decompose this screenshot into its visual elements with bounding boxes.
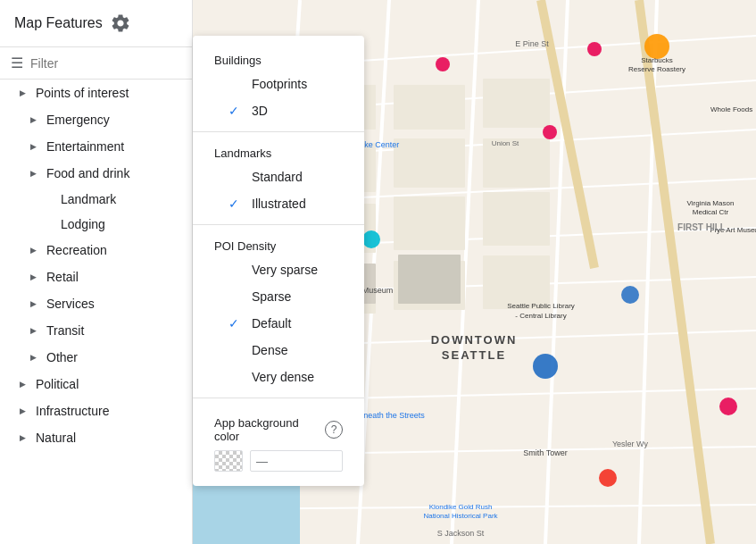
density-very-dense-check [228, 370, 245, 384]
sidebar-item-infrastructure[interactable]: ▶Infrastructure [0, 398, 192, 424]
svg-text:Yesler Wy: Yesler Wy [612, 439, 649, 448]
page-title: Map Features [14, 15, 103, 31]
svg-text:SEATTLE: SEATTLE [442, 348, 506, 362]
svg-text:Seattle Public Library: Seattle Public Library [507, 302, 575, 310]
sidebar: Map Features ☰ ▶Points of interest▶Emerg… [0, 0, 193, 544]
svg-text:Starbucks: Starbucks [641, 56, 673, 64]
sidebar-item-services[interactable]: ▶Services [0, 290, 192, 317]
sidebar-item-label: Entertainment [46, 139, 124, 154]
svg-text:Beneath the Streets: Beneath the Streets [353, 411, 425, 420]
chevron-right-icon: ▶ [14, 376, 30, 392]
sidebar-item-transit[interactable]: ▶Transit [0, 317, 192, 344]
bg-color-picker-row: — [193, 443, 364, 472]
sidebar-item-label: Emergency [46, 113, 110, 127]
svg-point-43 [621, 286, 639, 304]
svg-rect-26 [394, 197, 465, 250]
standard-check [228, 170, 245, 184]
chevron-right-icon: ▶ [25, 165, 41, 181]
sidebar-item-landmark[interactable]: Landmark [0, 187, 192, 212]
three-d-label: 3D [252, 104, 268, 118]
buildings-section-title: Buildings [193, 46, 364, 71]
sidebar-header: Map Features [0, 0, 192, 47]
chevron-right-icon: ▶ [25, 242, 41, 258]
sidebar-item-label: Transit [46, 323, 84, 338]
density-sparse-check [228, 289, 245, 304]
sidebar-item-retail[interactable]: ▶Retail [0, 264, 192, 290]
sidebar-item-label: Retail [46, 270, 79, 284]
illustrated-item[interactable]: ✓ Illustrated [193, 190, 364, 217]
density-default-check: ✓ [228, 316, 245, 331]
three-d-check: ✓ [228, 104, 245, 118]
density-very-sparse-check [228, 263, 245, 277]
svg-text:DOWNTOWN: DOWNTOWN [431, 333, 518, 347]
sidebar-item-label: Services [46, 297, 95, 311]
svg-text:S Jackson St: S Jackson St [437, 529, 485, 538]
standard-label: Standard [252, 170, 303, 184]
svg-point-44 [719, 398, 737, 415]
illustrated-label: Illustrated [252, 197, 306, 211]
sidebar-item-natural[interactable]: ▶Natural [0, 424, 192, 451]
gear-icon[interactable] [110, 13, 131, 34]
svg-text:National Historical Park: National Historical Park [423, 512, 498, 520]
svg-point-42 [533, 354, 558, 379]
standard-item[interactable]: Standard [193, 163, 364, 190]
svg-text:E Pine St: E Pine St [515, 39, 549, 48]
sidebar-item-political[interactable]: ▶Political [0, 371, 192, 398]
chevron-right-icon: ▶ [14, 85, 30, 101]
three-d-item[interactable]: ✓ 3D [193, 97, 364, 124]
svg-point-41 [362, 230, 380, 248]
svg-rect-23 [394, 138, 465, 188]
svg-rect-32 [398, 255, 461, 304]
sidebar-item-other[interactable]: ▶Other [0, 344, 192, 371]
svg-point-39 [644, 34, 669, 59]
chevron-right-icon: ▶ [25, 112, 41, 128]
svg-point-45 [599, 469, 617, 487]
sidebar-item-label: Food and drink [46, 166, 129, 180]
density-dense-check [228, 343, 245, 357]
svg-text:Reserve Roastery: Reserve Roastery [628, 65, 685, 73]
density-dense-item[interactable]: Dense [193, 337, 364, 364]
svg-point-38 [587, 42, 602, 56]
svg-rect-27 [483, 192, 550, 246]
sidebar-item-label: Political [36, 377, 79, 391]
filter-icon: ☰ [11, 54, 23, 71]
sidebar-item-food-and-drink[interactable]: ▶Food and drink [0, 160, 192, 187]
chevron-right-icon: ▶ [14, 403, 30, 419]
svg-text:FIRST HILL: FIRST HILL [677, 222, 726, 232]
filter-bar[interactable]: ☰ [0, 47, 192, 80]
bg-color-checker[interactable] [214, 450, 243, 472]
density-sparse-item[interactable]: Sparse [193, 283, 364, 310]
density-very-sparse-label: Very sparse [252, 263, 318, 277]
svg-text:Medical Ctr: Medical Ctr [693, 208, 729, 216]
chevron-right-icon: ▶ [25, 349, 41, 365]
sidebar-item-points-of-interest[interactable]: ▶Points of interest [0, 80, 192, 106]
footprints-check [228, 77, 245, 91]
sidebar-item-label: Landmark [61, 192, 116, 206]
footprints-label: Footprints [252, 77, 307, 91]
svg-text:Klondike Gold Rush: Klondike Gold Rush [429, 503, 493, 511]
bg-color-label: App background color [214, 416, 318, 443]
sidebar-item-recreation[interactable]: ▶Recreation [0, 237, 192, 264]
svg-rect-20 [394, 85, 465, 130]
density-default-item[interactable]: ✓Default [193, 310, 364, 337]
sidebar-item-lodging[interactable]: Lodging [0, 212, 192, 237]
svg-text:Smith Tower: Smith Tower [523, 448, 567, 457]
density-very-sparse-item[interactable]: Very sparse [193, 256, 364, 283]
chevron-right-icon: ▶ [14, 430, 30, 446]
sidebar-item-label: Other [46, 350, 78, 364]
svg-rect-21 [483, 79, 550, 128]
density-default-label: Default [252, 316, 291, 331]
sidebar-item-entertainment[interactable]: ▶Entertainment [0, 133, 192, 160]
filter-input[interactable] [30, 56, 181, 71]
footprints-item[interactable]: Footprints [193, 71, 364, 97]
density-dense-label: Dense [252, 343, 287, 357]
bg-color-help-icon[interactable]: ? [325, 421, 343, 439]
bg-color-value[interactable]: — [250, 450, 343, 472]
bg-color-row: App background color ? [193, 406, 364, 443]
sidebar-item-label: Natural [36, 431, 76, 445]
density-very-dense-item[interactable]: Very dense [193, 364, 364, 390]
density-very-dense-label: Very dense [252, 370, 314, 384]
sidebar-item-emergency[interactable]: ▶Emergency [0, 106, 192, 133]
svg-point-37 [436, 57, 450, 71]
density-sparse-label: Sparse [252, 289, 291, 304]
